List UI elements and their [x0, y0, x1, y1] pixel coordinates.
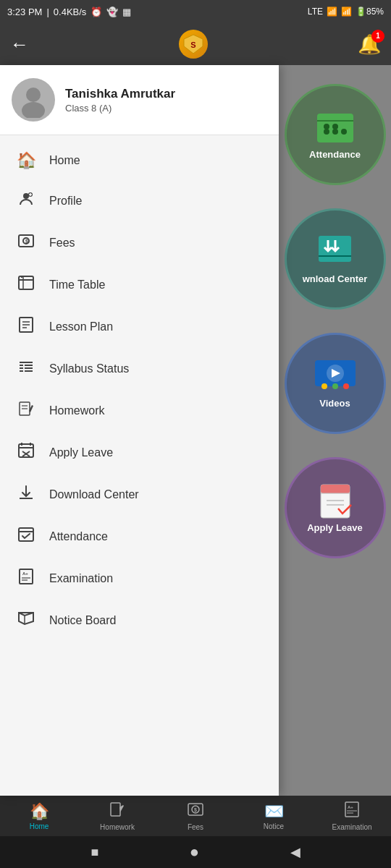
status-speed: 0.4KB/s — [54, 7, 87, 17]
sidebar-item-lessonplan[interactable]: Lesson Plan — [0, 306, 279, 348]
download-icon — [16, 484, 36, 506]
svg-point-46 — [341, 129, 347, 135]
examination-icon: A+ — [16, 568, 36, 590]
sidebar-item-label: Profile — [49, 195, 82, 208]
svg-point-48 — [332, 124, 338, 129]
school-logo: S — [179, 30, 208, 59]
drawer-header: Tanishka Amrutkar Class 8 (A) — [0, 65, 279, 135]
svg-rect-35 — [19, 528, 33, 541]
notice-icon: ✉️ — [264, 802, 284, 821]
back-button[interactable]: ← — [10, 33, 29, 56]
sidebar-item-noticeboard[interactable]: Notice Board — [0, 600, 279, 642]
syllabus-icon — [16, 358, 36, 380]
svg-text:A+: A+ — [22, 571, 28, 576]
profile-icon — [16, 190, 36, 212]
panel-item-applyleave: Apply Leave — [285, 457, 386, 558]
sidebar-item-label: Time Table — [49, 278, 105, 292]
sidebar-item-label: Syllabus Status — [49, 362, 129, 375]
home-button[interactable]: ● — [190, 843, 199, 861]
fees-icon: $ — [16, 232, 36, 254]
sidebar-item-label: Fees — [49, 237, 75, 250]
homework-icon — [109, 801, 125, 822]
sidebar-item-label: Download Center — [49, 488, 139, 501]
sidebar-item-label: Home — [49, 154, 80, 167]
svg-rect-43 — [317, 120, 353, 122]
sidebar-item-timetable[interactable]: Time Table — [0, 264, 279, 306]
sidebar-item-downloadcenter[interactable]: Download Center — [0, 474, 279, 516]
android-nav-bar: ■ ● ◀ — [0, 836, 391, 868]
bnav-label: Homework — [100, 823, 135, 831]
bottom-nav-home[interactable]: 🏠 Home — [0, 796, 78, 836]
user-name: Tanishka Amrutkar — [65, 87, 175, 101]
bottom-nav: 🏠 Home Homework $ Fees ✉️ Notice — [0, 796, 391, 836]
home-icon: 🏠 — [30, 802, 49, 821]
sidebar-item-label: Notice Board — [49, 614, 117, 627]
alarm-icon: ⏰ — [91, 7, 102, 17]
svg-point-44 — [324, 129, 329, 135]
avatar — [12, 78, 55, 122]
svg-rect-28 — [19, 444, 33, 457]
sidebar-item-label: Lesson Plan — [49, 320, 113, 333]
panel-label: Videos — [319, 398, 350, 409]
panel-label: wnload Center — [303, 273, 368, 284]
notification-badge: 1 — [371, 30, 384, 43]
svg-point-47 — [324, 124, 329, 129]
svg-point-3 — [22, 102, 45, 118]
fees-icon: $ — [188, 801, 203, 822]
sidebar-item-fees[interactable]: $ Fees — [0, 222, 279, 264]
sidebar-item-attendance[interactable]: Attendance — [0, 516, 279, 558]
sidebar-item-syllabus[interactable]: Syllabus Status — [0, 348, 279, 390]
recents-button[interactable]: ■ — [91, 845, 98, 860]
svg-text:S: S — [190, 41, 196, 49]
svg-text:$: $ — [25, 239, 28, 244]
sidebar-item-label: Examination — [49, 572, 113, 585]
top-nav: ← S 🔔 1 — [0, 23, 391, 65]
noticeboard-icon — [16, 610, 36, 631]
user-class: Class 8 (A) — [65, 103, 175, 114]
svg-text:$: $ — [194, 807, 197, 813]
sidebar-item-profile[interactable]: Profile — [0, 180, 279, 222]
main-layout: Tanishka Amrutkar Class 8 (A) 🏠 Home — [0, 65, 391, 796]
panel-item-downloadcenter: wnload Center — [285, 208, 386, 310]
attendance-icon — [16, 526, 36, 548]
sidebar-item-label: Homework — [49, 404, 104, 417]
snapchat-icon: 👻 — [106, 7, 118, 17]
bottom-nav-notice[interactable]: ✉️ Notice — [235, 796, 313, 836]
bnav-label: Fees — [188, 823, 203, 831]
status-time: 3:23 PM — [7, 7, 42, 17]
examination-icon: A+ — [344, 801, 360, 822]
sidebar-item-home[interactable]: 🏠 Home — [0, 141, 279, 180]
panel-item-attendance: Attendance — [285, 84, 386, 185]
bottom-nav-examination[interactable]: A+ Examination — [313, 796, 391, 836]
drawer-menu-items: 🏠 Home Profile — [0, 135, 279, 647]
svg-text:A+: A+ — [348, 805, 353, 809]
homework-icon — [16, 400, 36, 422]
bottom-nav-homework[interactable]: Homework — [78, 796, 156, 836]
bnav-label: Home — [30, 822, 49, 830]
panel-label: Attendance — [309, 149, 361, 160]
drawer-menu: Tanishka Amrutkar Class 8 (A) 🏠 Home — [0, 65, 279, 796]
bnav-label: Notice — [264, 822, 284, 830]
status-right: LTE 📶 📶 🔋85% — [308, 7, 384, 17]
bnav-label: Examination — [332, 823, 371, 831]
timetable-icon — [16, 274, 36, 296]
panel-item-videos: Videos — [285, 333, 386, 434]
status-network: | — [46, 7, 49, 17]
back-button[interactable]: ◀ — [290, 844, 300, 860]
wifi-icon: 📶 — [341, 7, 352, 17]
sidebar-item-examination[interactable]: A+ Examination — [0, 558, 279, 600]
svg-point-4 — [23, 193, 29, 199]
svg-point-2 — [26, 88, 41, 102]
svg-point-55 — [332, 383, 338, 389]
svg-rect-66 — [345, 802, 358, 817]
bottom-nav-fees[interactable]: $ Fees — [156, 796, 235, 836]
right-panel: Attendance wnload Center Videos — [279, 65, 391, 796]
panel-label: Apply Leave — [307, 522, 363, 533]
svg-point-56 — [343, 383, 349, 389]
sidebar-item-applyleave[interactable]: Apply Leave — [0, 432, 279, 474]
user-info: Tanishka Amrutkar Class 8 (A) — [65, 87, 175, 114]
home-icon: 🏠 — [16, 151, 36, 170]
status-bar: 3:23 PM | 0.4KB/s ⏰ 👻 ▦ LTE 📶 📶 🔋85% — [0, 0, 391, 23]
notification-button[interactable]: 🔔 1 — [358, 33, 381, 56]
sidebar-item-homework[interactable]: Homework — [0, 390, 279, 432]
